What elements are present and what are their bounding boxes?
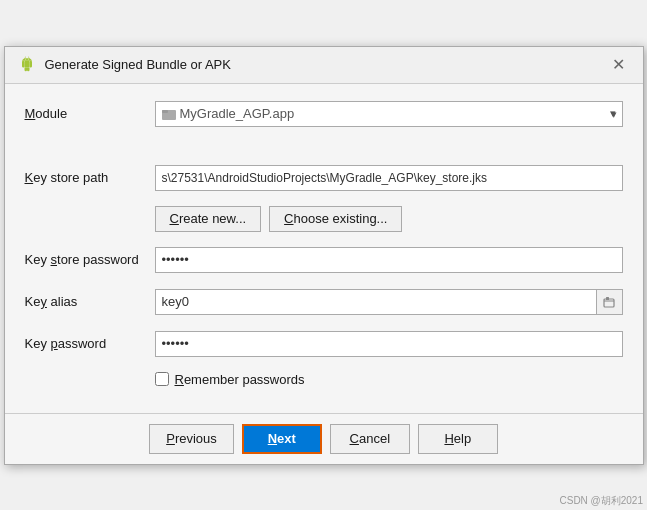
dialog-footer: Previous Next Cancel Help (5, 413, 643, 464)
keystore-password-control (155, 247, 623, 273)
previous-button[interactable]: Previous (149, 424, 234, 454)
choose-existing-button[interactable]: Choose existing... (269, 206, 402, 232)
module-dropdown-arrow: ▾ (610, 107, 616, 120)
browse-icon (603, 296, 615, 308)
svg-rect-6 (606, 297, 609, 300)
close-button[interactable]: ✕ (606, 55, 631, 75)
android-icon (17, 55, 37, 75)
module-value: MyGradle_AGP.app (180, 106, 610, 121)
svg-point-1 (24, 59, 25, 60)
keystore-password-row: Key store password (25, 246, 623, 274)
next-button[interactable]: Next (242, 424, 322, 454)
key-alias-row: Key alias (25, 288, 623, 316)
key-password-control (155, 331, 623, 357)
dialog-content: Module MyGradle_AGP.app ▾ Key store path (5, 84, 643, 413)
module-dropdown[interactable]: MyGradle_AGP.app ▾ (155, 101, 623, 127)
key-alias-control (155, 289, 623, 315)
key-alias-label: Key alias (25, 294, 155, 309)
module-row: Module MyGradle_AGP.app ▾ (25, 100, 623, 128)
remember-passwords-row: Remember passwords (155, 372, 623, 387)
keystore-path-input[interactable] (155, 165, 623, 191)
remember-passwords-checkbox[interactable] (155, 372, 169, 386)
svg-rect-4 (162, 110, 168, 113)
title-bar-left: Generate Signed Bundle or APK (17, 55, 231, 75)
svg-rect-0 (24, 60, 29, 67)
key-alias-input[interactable] (155, 289, 597, 315)
watermark: CSDN @胡利2021 (559, 494, 643, 508)
help-button[interactable]: Help (418, 424, 498, 454)
dialog-title: Generate Signed Bundle or APK (45, 57, 231, 72)
folder-icon (162, 107, 176, 121)
cancel-button[interactable]: Cancel (330, 424, 410, 454)
remember-passwords-label[interactable]: Remember passwords (175, 372, 305, 387)
keystore-password-input[interactable] (155, 247, 623, 273)
title-bar: Generate Signed Bundle or APK ✕ (5, 47, 643, 84)
keystore-buttons-row: Create new... Choose existing... (155, 206, 623, 232)
create-new-button[interactable]: Create new... (155, 206, 262, 232)
svg-point-2 (28, 59, 29, 60)
key-password-label: Key password (25, 336, 155, 351)
generate-signed-dialog: Generate Signed Bundle or APK ✕ Module M… (4, 46, 644, 465)
keystore-path-label: Key store path (25, 170, 155, 185)
keystore-path-row: Key store path (25, 164, 623, 192)
module-label: Module (25, 106, 155, 121)
keystore-path-control (155, 165, 623, 191)
key-alias-browse-btn[interactable] (597, 289, 623, 315)
keystore-password-label: Key store password (25, 252, 155, 267)
key-password-row: Key password (25, 330, 623, 358)
key-password-input[interactable] (155, 331, 623, 357)
svg-rect-5 (604, 299, 614, 307)
module-select-wrapper: MyGradle_AGP.app ▾ (155, 101, 623, 127)
